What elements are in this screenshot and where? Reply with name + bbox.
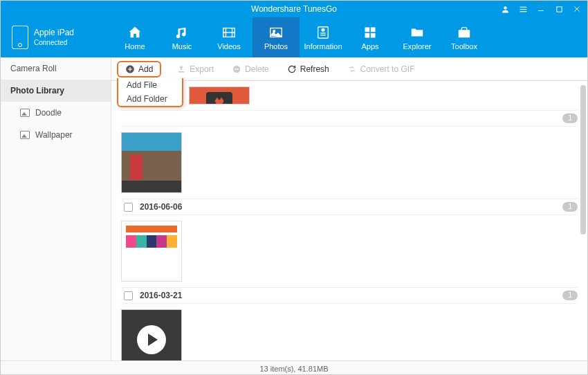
- convert-icon: [347, 64, 357, 74]
- add-button[interactable]: Add: [118, 62, 160, 76]
- toolbar-label: Export: [190, 64, 214, 74]
- toolbox-icon: [456, 25, 472, 40]
- music-icon: [174, 25, 190, 40]
- sidebar-item-photo-library[interactable]: Photo Library: [1, 80, 111, 102]
- scrollbar[interactable]: [580, 85, 586, 356]
- sidebar-item-camera-roll[interactable]: Camera Roll: [1, 57, 111, 80]
- toolbar-label: Convert to GIF: [360, 64, 415, 74]
- thumb-row: [121, 304, 578, 360]
- svg-rect-22: [459, 30, 470, 37]
- explorer-icon: [409, 25, 425, 40]
- play-icon: [137, 325, 166, 354]
- svg-rect-1: [520, 6, 526, 7]
- add-button-highlight: Add: [117, 61, 161, 77]
- titlebar-controls: [500, 4, 582, 14]
- sidebar-item-label: Doodle: [35, 108, 62, 118]
- minimize-icon[interactable]: [536, 4, 546, 14]
- sidebar-item-doodle[interactable]: Doodle: [1, 102, 111, 124]
- section-header: 2016-06-06 1: [121, 199, 578, 215]
- thumb-row: [121, 81, 578, 107]
- app-title: Wondershare TunesGo: [251, 4, 337, 14]
- thumb-row: [121, 127, 578, 196]
- nav-tabs: Home Music Videos Photos Information App…: [111, 17, 587, 57]
- svg-rect-5: [556, 6, 561, 11]
- video-thumb[interactable]: [121, 309, 182, 360]
- tab-label: Videos: [217, 42, 240, 51]
- device-text: Apple iPad Connected: [34, 28, 74, 48]
- section-header: 1: [121, 110, 578, 127]
- photo-thumb[interactable]: [189, 86, 250, 104]
- add-folder-item[interactable]: Add Folder: [118, 92, 182, 106]
- toolbar: Add Export Delete Refresh Convert to GIF…: [111, 57, 587, 81]
- sidebar-item-wallpaper[interactable]: Wallpaper: [1, 124, 111, 146]
- svg-rect-4: [538, 10, 544, 11]
- tab-label: Toolbox: [451, 42, 477, 51]
- maximize-icon[interactable]: [554, 4, 564, 14]
- statusbar: 13 item(s), 41.81MB: [1, 360, 587, 375]
- add-file-item[interactable]: Add File: [118, 78, 182, 92]
- svg-rect-3: [520, 11, 526, 12]
- tab-label: Music: [172, 42, 192, 51]
- sidebar-item-label: Photo Library: [10, 86, 64, 95]
- album-icon: [20, 109, 30, 117]
- export-icon: [176, 64, 186, 74]
- refresh-button[interactable]: Refresh: [284, 62, 332, 76]
- delete-button: Delete: [229, 62, 272, 76]
- toolbar-label: Refresh: [300, 64, 329, 74]
- photo-thumb[interactable]: [121, 132, 182, 193]
- export-button: Export: [174, 62, 217, 76]
- device-status: Connected: [34, 38, 74, 47]
- section-header: 2016-03-21 1: [121, 287, 578, 304]
- tab-label: Information: [304, 42, 342, 51]
- tab-apps[interactable]: Apps: [347, 17, 394, 57]
- tab-photos[interactable]: Photos: [252, 17, 300, 57]
- section-checkbox[interactable]: [124, 203, 133, 212]
- close-icon[interactable]: [572, 4, 582, 14]
- tab-label: Explorer: [403, 42, 432, 51]
- tab-videos[interactable]: Videos: [205, 17, 252, 57]
- svg-rect-28: [235, 68, 239, 69]
- toolbar-label: Add: [138, 64, 153, 74]
- photos-icon: [268, 25, 284, 40]
- sidebar: Camera Roll Photo Library Doodle Wallpap…: [1, 57, 111, 360]
- tab-music[interactable]: Music: [158, 17, 205, 57]
- tab-label: Photos: [264, 42, 288, 51]
- count-badge: 1: [562, 113, 578, 123]
- device-info[interactable]: Apple iPad Connected: [1, 26, 111, 49]
- workspace: Camera Roll Photo Library Doodle Wallpap…: [1, 57, 587, 360]
- count-badge: 1: [562, 202, 578, 212]
- videos-icon: [221, 25, 237, 40]
- section-checkbox[interactable]: [124, 291, 133, 300]
- apps-icon: [362, 25, 378, 40]
- delete-icon: [232, 64, 241, 74]
- tab-toolbox[interactable]: Toolbox: [441, 17, 488, 57]
- convert-gif-button: Convert to GIF: [344, 62, 418, 76]
- section-date: 2016-03-21: [140, 291, 182, 300]
- count-badge: 1: [562, 291, 578, 300]
- tab-label: Home: [125, 42, 145, 51]
- user-icon[interactable]: [500, 4, 510, 14]
- header: Apple iPad Connected Home Music Videos P…: [1, 17, 587, 57]
- svg-rect-19: [371, 27, 376, 32]
- section-date: 2016-06-06: [140, 202, 182, 212]
- device-name: Apple iPad: [34, 28, 74, 39]
- menu-icon[interactable]: [518, 4, 528, 14]
- home-icon: [127, 25, 143, 40]
- thumb-row: [121, 215, 578, 284]
- toolbar-label: Delete: [245, 64, 269, 74]
- album-icon: [20, 131, 30, 139]
- status-text: 13 item(s), 41.81MB: [259, 365, 328, 373]
- svg-rect-2: [520, 8, 526, 9]
- svg-point-0: [504, 6, 506, 9]
- sidebar-item-label: Wallpaper: [35, 130, 73, 140]
- titlebar: Wondershare TunesGo: [1, 1, 587, 17]
- plus-circle-icon: [125, 64, 135, 74]
- tab-explorer[interactable]: Explorer: [394, 17, 441, 57]
- refresh-icon: [287, 64, 297, 74]
- sidebar-item-label: Camera Roll: [10, 64, 57, 73]
- tab-home[interactable]: Home: [111, 17, 158, 57]
- photo-list[interactable]: 1 2016-06-06 1 2016-03-21 1: [111, 81, 587, 360]
- tab-information[interactable]: Information: [300, 17, 347, 57]
- photo-thumb[interactable]: [121, 221, 182, 282]
- tab-label: Apps: [361, 42, 378, 51]
